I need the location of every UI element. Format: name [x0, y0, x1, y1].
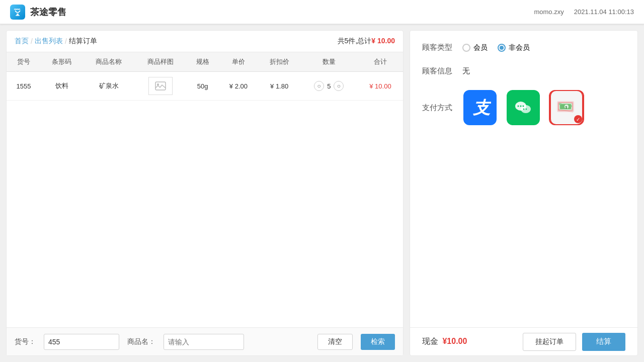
cell-spec: 50g	[187, 72, 219, 101]
col-discount-price: 折扣价	[258, 52, 300, 72]
topbar-left: 茶途零售	[10, 5, 66, 20]
payment-alipay[interactable]: 支	[462, 90, 498, 125]
suspend-order-button[interactable]: 挂起订单	[523, 333, 576, 351]
breadcrumb-sep1: /	[31, 37, 33, 45]
radio-member-circle	[462, 44, 470, 52]
customer-type-row: 顾客类型 会员 非会员	[422, 43, 625, 52]
sku-input[interactable]	[44, 334, 119, 350]
qty-increase-btn[interactable]: ○	[334, 81, 344, 91]
alipay-bg: 支	[463, 90, 497, 125]
name-label: 商品名：	[127, 337, 155, 346]
search-button[interactable]: 检索	[361, 334, 395, 350]
cash-amount-value: ¥10.00	[442, 337, 467, 345]
col-quantity: 数量	[300, 52, 358, 72]
payment-row: 支付方式 支	[422, 90, 625, 125]
breadcrumb-current: 结算订单	[69, 37, 97, 46]
summary-amount: ¥ 10.00	[371, 37, 395, 45]
cell-barcode: 饮料	[41, 72, 83, 101]
cell-name: 矿泉水	[83, 72, 135, 101]
app-logo	[10, 5, 25, 20]
table-header-row: 货号 条形码 商品名称 商品样图 规格 单价 折扣价 数量 合计	[7, 52, 403, 72]
product-name-input[interactable]	[164, 334, 244, 350]
svg-point-11	[523, 109, 525, 110]
topbar-user: momo.zxy	[534, 8, 564, 16]
svg-rect-0	[12, 7, 23, 18]
payment-options: 支	[462, 90, 584, 125]
customer-info-label: 顾客信息	[422, 66, 462, 76]
cell-quantity: ○ 5 ○	[300, 72, 358, 101]
breadcrumb-summary: 共5件,总计¥ 10.00	[338, 37, 395, 46]
customer-info-value: 无	[462, 66, 625, 76]
col-barcode: 条形码	[41, 52, 83, 72]
table-row: 1555 饮料 矿泉水 50g ¥ 2.00 ¥ 1.80 ○ 5 ○ ¥ 10…	[7, 72, 403, 101]
cell-sku: 1555	[7, 72, 41, 101]
topbar: 茶途零售 momo.zxy 2021.11.04 11:00:13	[0, 0, 644, 24]
left-bottom-bar: 货号： 商品名： 清空 检索	[7, 327, 403, 355]
cash-label: 现金	[422, 337, 438, 345]
svg-text:支: 支	[472, 98, 491, 117]
topbar-right: momo.zxy 2021.11.04 11:00:13	[534, 8, 634, 16]
svg-point-12	[526, 109, 527, 110]
clear-button[interactable]: 清空	[317, 334, 353, 350]
col-total: 合计	[358, 52, 403, 72]
non-member-label: 非会员	[509, 43, 530, 52]
cell-total: ¥ 10.00	[358, 72, 403, 101]
radio-non-member-circle	[498, 44, 506, 52]
payment-cash[interactable]: $ ✓	[549, 90, 584, 125]
cash-selected-badge: ✓	[574, 115, 582, 123]
customer-type-radio-group[interactable]: 会员 非会员	[462, 43, 530, 52]
col-sku: 货号	[7, 52, 41, 72]
summary-prefix: 共5件,总计	[338, 37, 372, 45]
app-title: 茶途零售	[30, 6, 66, 18]
svg-rect-1	[17, 14, 19, 15]
radio-non-member[interactable]: 非会员	[498, 43, 530, 52]
col-unit-price: 单价	[218, 52, 258, 72]
cash-amount-display: 现金 ¥10.00	[422, 336, 467, 347]
svg-point-8	[518, 106, 519, 107]
order-table-container: 货号 条形码 商品名称 商品样图 规格 单价 折扣价 数量 合计 1555 饮料…	[7, 52, 403, 327]
qty-value: 5	[327, 82, 331, 90]
svg-point-4	[157, 83, 159, 85]
breadcrumb-nav: 首页 / 出售列表 / 结算订单	[15, 37, 97, 46]
svg-rect-2	[16, 15, 20, 16]
payment-wechat[interactable]	[506, 90, 541, 125]
cell-unit-price: ¥ 2.00	[218, 72, 258, 101]
wechat-bg	[507, 90, 540, 125]
right-bottom-bar: 现金 ¥10.00 挂起订单 结算	[410, 327, 637, 355]
breadcrumb-sep2: /	[65, 37, 67, 45]
cell-discount-price: ¥ 1.80	[258, 72, 300, 101]
main-container: 首页 / 出售列表 / 结算订单 共5件,总计¥ 10.00 货号 条形码 商品…	[0, 24, 644, 362]
customer-type-label: 顾客类型	[422, 43, 462, 52]
left-panel: 首页 / 出售列表 / 结算订单 共5件,总计¥ 10.00 货号 条形码 商品…	[6, 30, 404, 356]
customer-info-row: 顾客信息 无	[422, 66, 625, 76]
member-label: 会员	[473, 43, 488, 52]
breadcrumb: 首页 / 出售列表 / 结算订单 共5件,总计¥ 10.00	[7, 31, 403, 52]
payment-label: 支付方式	[422, 103, 462, 113]
svg-rect-20	[570, 105, 572, 107]
svg-point-9	[520, 106, 522, 107]
svg-rect-19	[559, 103, 561, 105]
right-panel: 顾客类型 会员 非会员 顾客信息 无 支付方式	[410, 30, 638, 356]
checkout-button[interactable]: 结算	[582, 333, 625, 351]
qty-decrease-btn[interactable]: ○	[314, 81, 324, 91]
breadcrumb-home[interactable]: 首页	[15, 37, 29, 46]
order-table: 货号 条形码 商品名称 商品样图 规格 单价 折扣价 数量 合计 1555 饮料…	[7, 52, 403, 101]
cell-image	[135, 72, 187, 101]
svg-point-10	[523, 106, 524, 107]
radio-member[interactable]: 会员	[462, 43, 488, 52]
col-image: 商品样图	[135, 52, 187, 72]
topbar-datetime: 2021.11.04 11:00:13	[574, 8, 634, 16]
col-name: 商品名称	[83, 52, 135, 72]
breadcrumb-list[interactable]: 出售列表	[35, 37, 63, 46]
sku-label: 货号：	[15, 337, 36, 346]
col-spec: 规格	[187, 52, 219, 72]
svg-text:$: $	[566, 106, 568, 110]
